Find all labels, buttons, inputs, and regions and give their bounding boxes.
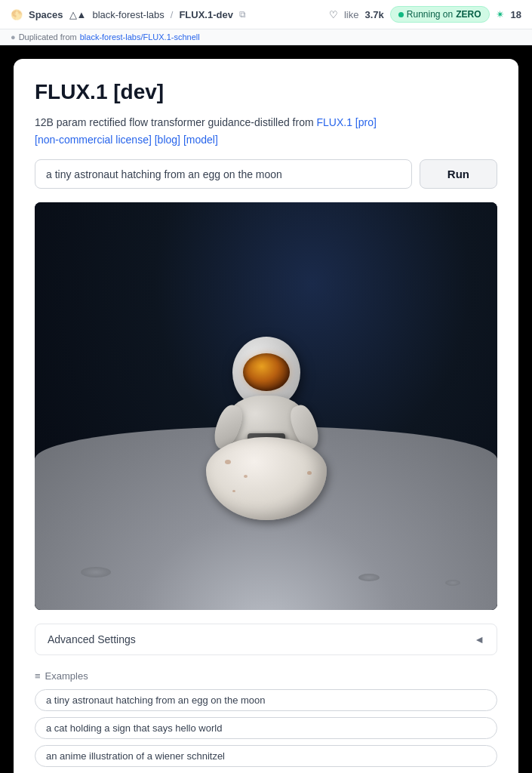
spaces-emoji: 🌕 bbox=[11, 9, 23, 20]
advanced-label: Advanced Settings bbox=[48, 633, 136, 645]
blog-link[interactable]: [blog] bbox=[155, 134, 180, 146]
example-item-2[interactable]: a cat holding a sign that says hello wor… bbox=[35, 717, 497, 739]
main-card: FLUX.1 [dev] 12B param rectified flow tr… bbox=[14, 59, 518, 773]
model-link[interactable]: [model] bbox=[183, 134, 218, 146]
examples-lines-icon: ≡ bbox=[35, 670, 41, 682]
slash-sep: / bbox=[171, 9, 174, 20]
main-outer: FLUX.1 [dev] 12B param rectified flow tr… bbox=[0, 45, 532, 773]
spaces-label[interactable]: Spaces bbox=[29, 9, 63, 20]
helmet-visor bbox=[243, 353, 290, 391]
examples-section: ≡ Examples a tiny astronaut hatching fro… bbox=[35, 670, 497, 773]
circle-icon: ● bbox=[11, 32, 16, 42]
desc-text: 12B param rectified flow transformer gui… bbox=[35, 116, 314, 128]
running-dot bbox=[398, 12, 404, 17]
heart-icon: ♡ bbox=[329, 9, 338, 20]
dup-label: Duplicated from bbox=[19, 32, 77, 42]
examples-list: a tiny astronaut hatching from an egg on… bbox=[35, 689, 497, 773]
rock-3 bbox=[445, 580, 460, 586]
advanced-settings[interactable]: Advanced Settings ◄ bbox=[35, 624, 497, 655]
examples-label: Examples bbox=[45, 670, 88, 682]
like-label[interactable]: like bbox=[344, 9, 359, 20]
instance-count: 18 bbox=[511, 9, 521, 20]
example-item-1[interactable]: a tiny astronaut hatching from an egg on… bbox=[35, 689, 497, 711]
dupbar: ● Duplicated from black-forest-labs/FLUX… bbox=[0, 29, 532, 45]
app-links: [non-commercial license] [blog] [model] bbox=[35, 134, 497, 146]
copy-icon[interactable]: ⧉ bbox=[239, 9, 246, 20]
dup-link[interactable]: black-forest-labs/FLUX.1-schnell bbox=[80, 32, 200, 42]
running-text: Running on bbox=[407, 9, 453, 20]
prompt-input[interactable] bbox=[35, 159, 412, 189]
advanced-arrow-icon: ◄ bbox=[474, 633, 484, 645]
triangle-icons: △▲ bbox=[69, 9, 87, 20]
repo-name[interactable]: FLUX.1-dev bbox=[179, 9, 233, 20]
examples-header: ≡ Examples bbox=[35, 670, 497, 682]
run-button[interactable]: Run bbox=[420, 159, 497, 189]
flux-pro-link[interactable]: FLUX.1 [pro] bbox=[317, 116, 377, 128]
example-item-3[interactable]: an anime illustration of a wiener schnit… bbox=[35, 745, 497, 767]
image-container: ⬇ ⤴ bbox=[35, 202, 497, 610]
like-count: 3.7k bbox=[364, 9, 383, 20]
egg-body bbox=[206, 437, 327, 520]
app-description: 12B param rectified flow transformer gui… bbox=[35, 115, 497, 131]
running-zero: ZERO bbox=[456, 9, 481, 20]
running-badge: Running on ZERO bbox=[390, 6, 490, 23]
egg-shell bbox=[206, 422, 327, 520]
rock-1 bbox=[81, 567, 111, 577]
input-row: Run bbox=[35, 159, 497, 189]
generated-image bbox=[35, 202, 497, 610]
non-commercial-link[interactable]: [non-commercial license] bbox=[35, 134, 152, 146]
topbar: 🌕 Spaces △▲ black-forest-labs / FLUX.1-d… bbox=[0, 0, 532, 29]
app-title: FLUX.1 [dev] bbox=[35, 80, 497, 104]
org-name[interactable]: black-forest-labs bbox=[92, 9, 164, 20]
spark-icon: ✴ bbox=[496, 8, 505, 20]
